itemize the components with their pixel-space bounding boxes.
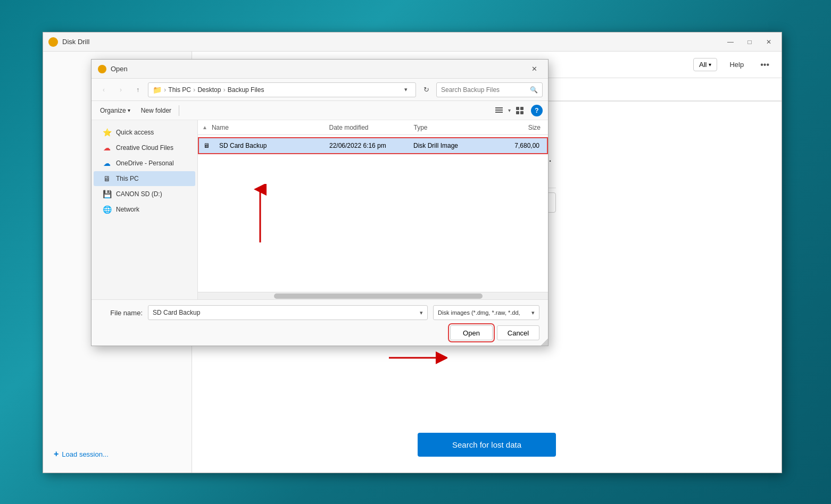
close-btn[interactable]: ✕ xyxy=(761,35,776,49)
filename-row: File name: SD Card Backup ▾ Disk images … xyxy=(100,305,539,320)
search-lost-data-btn[interactable]: Search for lost data xyxy=(418,433,556,457)
breadcrumb-backupfiles[interactable]: Backup Files xyxy=(228,86,264,94)
col-header-type: Type xyxy=(414,124,498,131)
file-row-sd-card-backup[interactable]: 🖥 SD Card Backup 22/06/2022 6:16 pm Disk… xyxy=(198,137,548,154)
new-folder-btn[interactable]: New folder xyxy=(138,106,174,115)
organize-dropdown-icon: ▾ xyxy=(128,107,130,113)
nav-quick-access[interactable]: ⭐ Quick access xyxy=(94,125,195,140)
load-session-plus-icon: + xyxy=(54,449,59,459)
nav-network-label: Network xyxy=(116,206,139,213)
breadcrumb-thispc[interactable]: This PC xyxy=(168,86,191,94)
dialog-footer: File name: SD Card Backup ▾ Disk images … xyxy=(92,299,548,346)
minimize-btn[interactable]: — xyxy=(723,35,738,49)
scroll-thumb[interactable] xyxy=(274,293,483,299)
all-dropdown-btn[interactable]: All ▾ xyxy=(693,58,717,71)
svg-rect-15 xyxy=(520,111,523,114)
this-pc-icon: 🖥 xyxy=(102,174,112,183)
breadcrumb-sep-2: › xyxy=(193,86,195,94)
app-icon xyxy=(48,37,58,47)
quick-access-icon: ⭐ xyxy=(102,128,112,137)
sort-arrow-icon: ▲ xyxy=(202,124,207,130)
breadcrumb-sep-3: › xyxy=(223,86,225,94)
svg-rect-9 xyxy=(495,107,503,108)
file-type-col: Disk Drill Image xyxy=(413,142,497,149)
cancel-btn[interactable]: Cancel xyxy=(497,325,539,340)
back-btn[interactable]: ‹ xyxy=(97,83,111,97)
filename-dropdown-icon[interactable]: ▾ xyxy=(420,309,423,316)
dialog-close-btn[interactable]: ✕ xyxy=(527,62,542,77)
filename-label: File name: xyxy=(100,309,143,317)
file-size-col: 7,680,00 xyxy=(497,142,543,149)
file-list-header: ▲ Name Date modified Type Size xyxy=(198,120,548,135)
open-dialog: Open ✕ ‹ › ↑ 📁 › This PC › Desktop › Bac… xyxy=(91,59,549,346)
dialog-titlebar: Open ✕ xyxy=(92,60,548,79)
horizontal-scrollbar[interactable] xyxy=(198,292,548,299)
toolbar-divider xyxy=(179,105,179,116)
view-dropdown-icon[interactable]: ▾ xyxy=(507,106,512,114)
breadcrumb-sep-1: › xyxy=(164,86,166,94)
nav-this-pc[interactable]: 🖥 This PC xyxy=(94,171,195,186)
filename-value: SD Card Backup xyxy=(153,309,200,316)
refresh-btn[interactable]: ↻ xyxy=(419,83,433,97)
nav-this-pc-label: This PC xyxy=(116,175,139,182)
canon-sd-icon: 💾 xyxy=(102,190,112,198)
search-input[interactable] xyxy=(441,86,527,94)
search-icon[interactable]: 🔍 xyxy=(530,86,538,94)
dialog-app-icon xyxy=(98,65,106,73)
up-btn[interactable]: ↑ xyxy=(131,83,145,97)
file-date-col: 22/06/2022 6:16 pm xyxy=(329,142,413,149)
breadcrumb-dropdown-btn[interactable]: ▾ xyxy=(401,83,411,97)
forward-btn[interactable]: › xyxy=(114,83,128,97)
col-header-date: Date modified xyxy=(329,124,414,131)
file-name-col: 🖥 SD Card Backup xyxy=(203,142,329,149)
svg-rect-13 xyxy=(520,107,523,110)
main-title: Disk Drill xyxy=(62,38,723,46)
nav-creative-cloud-label: Creative Cloud Files xyxy=(116,144,173,152)
file-list: 🖥 SD Card Backup 22/06/2022 6:16 pm Disk… xyxy=(198,135,548,292)
svg-point-0 xyxy=(51,39,56,45)
nav-onedrive[interactable]: ☁ OneDrive - Personal xyxy=(94,156,195,171)
dialog-body: ⭐ Quick access ☁ Creative Cloud Files ☁ … xyxy=(92,120,548,299)
load-session-btn[interactable]: + Load session... xyxy=(43,441,192,467)
help-btn[interactable]: Help xyxy=(725,58,748,71)
main-window: Disk Drill — □ ✕ + Load session... All ▾ xyxy=(43,32,782,473)
col-header-size: Size xyxy=(498,124,544,131)
filetype-value: Disk images (*.dmg, *.raw, *.dd, xyxy=(438,309,520,316)
load-session-label: Load session... xyxy=(62,450,108,458)
preview-btn[interactable] xyxy=(513,104,527,117)
svg-point-8 xyxy=(100,66,105,71)
open-btn[interactable]: Open xyxy=(450,325,493,340)
main-titlebar: Disk Drill — □ ✕ xyxy=(43,32,782,52)
dialog-resize-handle[interactable] xyxy=(541,338,548,346)
dialog-title: Open xyxy=(111,65,527,73)
nav-canon-sd[interactable]: 💾 CANON SD (D:) xyxy=(94,187,195,201)
more-btn[interactable]: ••• xyxy=(756,58,774,72)
organize-btn[interactable]: Organize ▾ xyxy=(97,106,134,115)
svg-rect-11 xyxy=(495,112,503,113)
network-icon: 🌐 xyxy=(102,205,112,214)
dialog-toolbar: Organize ▾ New folder ▾ ? xyxy=(92,101,548,120)
view-buttons: ▾ xyxy=(492,104,527,117)
list-view-btn[interactable] xyxy=(492,104,506,117)
nav-creative-cloud[interactable]: ☁ Creative Cloud Files xyxy=(94,140,195,155)
svg-rect-12 xyxy=(516,107,519,110)
onedrive-icon: ☁ xyxy=(102,159,112,167)
nav-canon-sd-label: CANON SD (D:) xyxy=(116,190,162,198)
all-dropdown-icon: ▾ xyxy=(709,62,711,68)
file-name-label: SD Card Backup xyxy=(219,142,267,149)
col-header-name: ▲ Name xyxy=(202,124,329,131)
window-controls: — □ ✕ xyxy=(723,35,776,49)
dialog-nav-pane: ⭐ Quick access ☁ Creative Cloud Files ☁ … xyxy=(92,120,198,299)
maximize-btn[interactable]: □ xyxy=(742,35,757,49)
footer-buttons: Open Cancel xyxy=(100,325,539,340)
breadcrumb-desktop[interactable]: Desktop xyxy=(197,86,221,94)
filetype-select[interactable]: Disk images (*.dmg, *.raw, *.dd, ▾ xyxy=(433,305,539,320)
folder-icon: 📁 xyxy=(153,86,162,94)
nav-network[interactable]: 🌐 Network xyxy=(94,202,195,217)
filename-input[interactable]: SD Card Backup ▾ xyxy=(148,305,428,320)
filetype-dropdown-icon[interactable]: ▾ xyxy=(531,309,535,316)
help-circle-btn[interactable]: ? xyxy=(531,105,543,116)
breadcrumb-bar[interactable]: 📁 › This PC › Desktop › Backup Files ▾ xyxy=(148,82,416,97)
dialog-nav-bar: ‹ › ↑ 📁 › This PC › Desktop › Backup Fil… xyxy=(92,79,548,101)
nav-onedrive-label: OneDrive - Personal xyxy=(116,159,174,167)
